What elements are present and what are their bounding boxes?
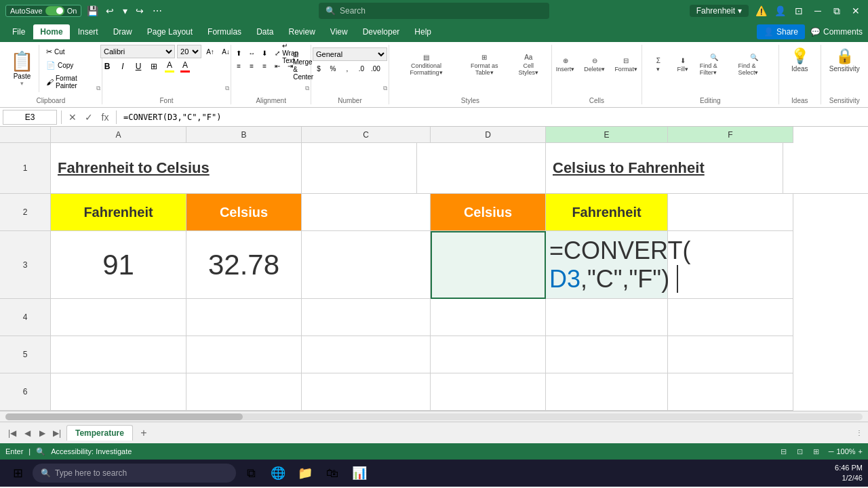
comma-button[interactable]: , <box>341 63 353 74</box>
horizontal-scrollbar[interactable] <box>0 411 868 422</box>
cell-b6[interactable] <box>186 373 302 411</box>
cell-d3[interactable] <box>431 231 546 299</box>
normal-view-button[interactable]: ⊟ <box>777 446 791 457</box>
sort-filter-button[interactable]: 🔍 Find & Select▾ <box>734 47 773 81</box>
cell-a5[interactable] <box>51 336 186 373</box>
conditional-formatting-button[interactable]: ▤ Conditional Formatting▾ <box>395 47 458 81</box>
decrease-font-button[interactable]: A↓ <box>219 45 233 58</box>
tab-help[interactable]: Help <box>408 24 438 39</box>
merge-center-button[interactable]: ⊡ Merge & Center <box>297 60 309 71</box>
paste-dropdown[interactable]: ▾ <box>20 80 24 87</box>
increase-decimal-button[interactable]: .00 <box>370 63 382 74</box>
prev-sheet-button[interactable]: ◀ <box>20 426 34 440</box>
tab-review[interactable]: Review <box>281 24 321 39</box>
task-view-button[interactable]: ⧉ <box>239 461 263 485</box>
align-center-button[interactable]: ≡ <box>245 60 258 71</box>
insert-function-button[interactable]: fx <box>98 110 112 124</box>
undo-dropdown[interactable]: ▾ <box>118 4 132 18</box>
start-button[interactable]: ⊞ <box>5 461 30 485</box>
font-name-select[interactable]: Calibri <box>100 45 175 58</box>
tab-insert[interactable]: Insert <box>71 24 105 39</box>
decrease-indent-button[interactable]: ⇤ <box>271 60 283 71</box>
search-box[interactable]: 🔍 <box>319 3 549 19</box>
cell-c4[interactable] <box>302 299 431 336</box>
cell-d5[interactable] <box>431 336 546 373</box>
select-all-button[interactable] <box>0 127 51 143</box>
taskbar-search[interactable]: 🔍 Type here to search <box>33 464 236 483</box>
font-size-select[interactable]: 20 <box>177 45 201 58</box>
ribbon-display-button[interactable]: ⊡ <box>792 4 806 18</box>
cell-f6[interactable] <box>668 373 793 411</box>
ideas-button[interactable]: 💡 Ideas <box>783 45 816 75</box>
row-number-5[interactable]: 5 <box>0 336 51 373</box>
tab-formulas[interactable]: Formulas <box>201 24 248 39</box>
cell-f4[interactable] <box>668 299 793 336</box>
autosave-control[interactable]: AutoSave On <box>5 5 81 17</box>
tab-file[interactable]: File <box>5 24 32 39</box>
search-input[interactable] <box>340 6 542 16</box>
underline-button[interactable]: U <box>132 60 145 73</box>
cell-e5[interactable] <box>546 336 668 373</box>
cell-reference-box[interactable] <box>3 110 57 125</box>
zoom-out-button[interactable]: ─ <box>829 447 834 455</box>
cell-d6[interactable] <box>431 373 546 411</box>
undo-button[interactable]: ↩ <box>103 4 117 18</box>
number-launcher[interactable]: ⧉ <box>383 85 387 92</box>
find-replace-button[interactable]: 🔍 Find & Filter▾ <box>696 47 732 81</box>
tab-data[interactable]: Data <box>250 24 280 39</box>
cut-button[interactable]: ✂ Cut <box>43 46 94 58</box>
cell-e3[interactable]: =CONVERT( D3,"C","F") <box>546 231 668 299</box>
sensitivity-button[interactable]: 🔒 Sensitivity <box>824 45 865 75</box>
bold-button[interactable]: B <box>100 60 114 73</box>
last-sheet-button[interactable]: ▶| <box>50 426 64 440</box>
cell-b5[interactable] <box>186 336 302 373</box>
cell-f3[interactable] <box>668 231 793 299</box>
decrease-decimal-button[interactable]: .0 <box>355 63 368 74</box>
confirm-formula-button[interactable]: ✓ <box>82 110 96 124</box>
row-number-6[interactable]: 6 <box>0 373 51 411</box>
row-number-1[interactable]: 1 <box>0 143 51 194</box>
number-format-select[interactable]: General <box>313 47 387 61</box>
italic-button[interactable]: I <box>116 60 130 73</box>
comments-button[interactable]: 💬 Comments <box>810 27 863 37</box>
store-button[interactable]: 🛍 <box>320 461 344 485</box>
customize-qat-button[interactable]: ⋯ <box>151 4 164 18</box>
cell-c6[interactable] <box>302 373 431 411</box>
cell-a3[interactable]: 91 <box>51 231 186 299</box>
tab-page-layout[interactable]: Page Layout <box>140 24 199 39</box>
cell-a1[interactable]: Fahrenheit to Celsius <box>51 143 302 194</box>
tab-home[interactable]: Home <box>33 24 69 39</box>
zoom-in-button[interactable]: + <box>859 447 863 455</box>
row-number-4[interactable]: 4 <box>0 299 51 336</box>
currency-button[interactable]: $ <box>313 63 325 74</box>
share-button[interactable]: 👤 Share <box>757 24 805 39</box>
paste-button[interactable]: 📋 Paste ▾ <box>5 45 39 92</box>
excel-taskbar-button[interactable]: 📊 <box>347 461 372 485</box>
column-header-a[interactable]: A <box>51 127 186 143</box>
cell-b1[interactable] <box>302 143 417 194</box>
delete-button[interactable]: ⊖ Delete▾ <box>580 47 608 81</box>
format-painter-button[interactable]: 🖌 Format Painter <box>43 73 94 91</box>
align-right-button[interactable]: ≡ <box>258 60 271 71</box>
cell-d2[interactable]: Celsius <box>431 194 546 231</box>
align-bottom-button[interactable]: ⬇ <box>258 47 271 58</box>
add-sheet-button[interactable]: + <box>136 425 152 441</box>
cell-e2[interactable]: Fahrenheit <box>546 194 668 231</box>
format-as-table-button[interactable]: ⊞ Format as Table▾ <box>460 47 508 81</box>
page-break-view-button[interactable]: ⊞ <box>810 446 823 457</box>
minimize-button[interactable]: ─ <box>811 4 825 18</box>
cell-a6[interactable] <box>51 373 186 411</box>
cell-styles-button[interactable]: Aa Cell Styles▾ <box>511 47 546 81</box>
cell-a2[interactable]: Fahrenheit <box>51 194 186 231</box>
border-button[interactable]: ⊞ <box>147 60 161 73</box>
fill-button[interactable]: ⬇ Fill▾ <box>672 47 694 81</box>
tab-draw[interactable]: Draw <box>106 24 139 39</box>
redo-button[interactable]: ↪ <box>133 4 146 18</box>
column-header-c[interactable]: C <box>302 127 431 143</box>
cell-a4[interactable] <box>51 299 186 336</box>
column-header-d[interactable]: D <box>431 127 546 143</box>
column-header-e[interactable]: E <box>546 127 668 143</box>
cell-c3[interactable] <box>302 231 431 299</box>
close-button[interactable]: ✕ <box>849 4 863 18</box>
first-sheet-button[interactable]: |◀ <box>5 426 19 440</box>
